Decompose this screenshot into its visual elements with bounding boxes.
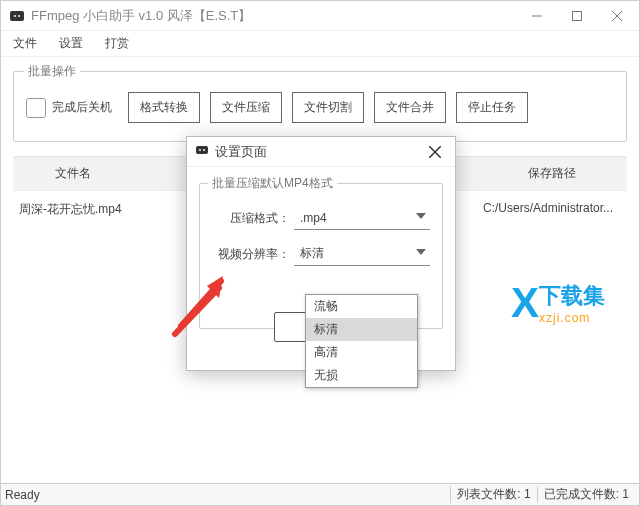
shutdown-checkbox[interactable] [26,98,46,118]
title-bar: FFmpeg 小白助手 v1.0 风泽【E.S.T】 [1,1,639,31]
option-lossless[interactable]: 无损 [306,364,417,387]
menu-donate[interactable]: 打赏 [99,33,135,54]
cell-savepath: C:/Users/Administrator... [477,191,627,228]
menu-file[interactable]: 文件 [7,33,43,54]
dialog-group-title: 批量压缩默认MP4格式 [208,175,337,192]
format-value: .mp4 [300,211,327,225]
watermark: X 下载集 xzji.com [511,281,605,325]
watermark-url: xzji.com [539,311,605,325]
svg-point-8 [199,149,201,151]
dialog-title: 设置页面 [215,143,423,161]
dialog-close-button[interactable] [423,140,447,164]
dialog-titlebar: 设置页面 [187,137,455,167]
resolution-dropdown[interactable]: 标清 [294,242,430,266]
file-compress-button[interactable]: 文件压缩 [210,92,282,123]
th-savepath[interactable]: 保存路径 [477,157,627,190]
svg-point-9 [203,149,205,151]
window-title: FFmpeg 小白助手 v1.0 风泽【E.S.T】 [31,7,517,25]
option-sd[interactable]: 标清 [306,318,417,341]
status-done: 已完成文件数: 1 [537,486,635,503]
resolution-value: 标清 [300,245,324,262]
resolution-label: 视频分辨率： [212,246,294,263]
resolution-options-list[interactable]: 流畅 标清 高清 无损 [305,294,418,388]
maximize-button[interactable] [557,2,597,30]
shutdown-checkbox-label[interactable]: 完成后关机 [26,98,112,118]
status-ready: Ready [5,488,40,502]
status-bar: Ready 列表文件数: 1 已完成文件数: 1 [1,483,639,505]
cell-filename: 周深-花开忘忧.mp4 [13,191,133,228]
svg-point-2 [18,15,20,17]
option-hd[interactable]: 高清 [306,341,417,364]
batch-group-title: 批量操作 [24,63,80,80]
svg-rect-7 [196,146,208,154]
file-merge-button[interactable]: 文件合并 [374,92,446,123]
app-icon [9,8,25,24]
close-button[interactable] [597,2,637,30]
format-dropdown[interactable]: .mp4 [294,206,430,230]
resolution-row: 视频分辨率： 标清 [212,242,430,266]
minimize-button[interactable] [517,2,557,30]
format-convert-button[interactable]: 格式转换 [128,92,200,123]
batch-row: 完成后关机 格式转换 文件压缩 文件切割 文件合并 停止任务 [26,92,614,123]
chevron-down-icon [416,213,426,219]
dialog-group: 批量压缩默认MP4格式 压缩格式： .mp4 视频分辨率： 标清 保存 [199,183,443,329]
dialog-app-icon [195,143,209,160]
shutdown-text: 完成后关机 [52,99,112,116]
stop-task-button[interactable]: 停止任务 [456,92,528,123]
option-fluent[interactable]: 流畅 [306,295,417,318]
chevron-down-icon [416,249,426,255]
th-filename[interactable]: 文件名 [13,157,133,190]
menu-bar: 文件 设置 打赏 [1,31,639,57]
batch-group: 批量操作 完成后关机 格式转换 文件压缩 文件切割 文件合并 停止任务 [13,71,627,142]
format-label: 压缩格式： [212,210,294,227]
svg-rect-4 [573,11,582,20]
svg-rect-0 [10,11,24,21]
menu-settings[interactable]: 设置 [53,33,89,54]
file-cut-button[interactable]: 文件切割 [292,92,364,123]
watermark-cn: 下载集 [539,281,605,311]
svg-point-1 [14,15,16,17]
settings-dialog: 设置页面 批量压缩默认MP4格式 压缩格式： .mp4 视频分辨率： 标清 [186,136,456,371]
watermark-x-icon: X [511,282,539,324]
main-window: FFmpeg 小白助手 v1.0 风泽【E.S.T】 文件 设置 打赏 批量操作… [0,0,640,506]
format-row: 压缩格式： .mp4 [212,206,430,230]
status-count: 列表文件数: 1 [450,486,536,503]
